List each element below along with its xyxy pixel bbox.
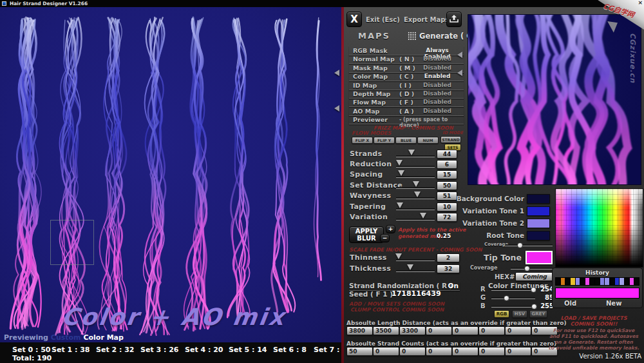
tip-tone-swatch[interactable] [526,251,553,264]
abs-length-input[interactable]: 3300 [399,326,426,335]
blur-increase-button[interactable]: + [386,225,395,233]
tapering-slider[interactable] [396,208,435,210]
abs-counts-input[interactable]: 0 [478,347,505,356]
export-maps-button[interactable] [446,12,462,27]
set-distance-slider[interactable] [396,187,435,189]
coverage-thumb[interactable] [524,266,530,271]
tip-coverage-label: Coverage [470,265,498,271]
hsv-mode-button[interactable]: HSV [512,310,527,318]
exit-button[interactable]: X [346,12,362,27]
flip-x-button[interactable]: FLIP X [352,137,373,144]
variation-tone2-swatch[interactable] [527,219,550,228]
root-tone-swatch[interactable] [527,231,550,240]
history-swatch[interactable] [620,278,624,285]
abs-counts-input[interactable]: 0 [399,347,426,356]
reduction-value[interactable]: 6 [437,160,457,169]
slider-thumb[interactable] [397,202,403,208]
slider-thumb[interactable] [396,160,402,166]
slider-thumb[interactable] [408,150,415,155]
seed-label: Seed ( F 1 ) [349,290,393,298]
history-swatch[interactable] [556,278,560,285]
wavyness-slider[interactable] [396,197,435,199]
abs-counts-input[interactable]: 0 [505,347,531,356]
abs-length-input[interactable]: 0 [426,326,452,335]
red-channel-slider[interactable] [491,289,535,291]
variation-tone2-label: Variation Tone 2 [434,219,524,227]
history-swatch[interactable] [590,278,594,285]
map-row-mask-map[interactable]: Mask Map ( M ) Disabled [349,64,464,73]
green-channel-slider[interactable] [491,297,535,299]
slider-thumb[interactable] [413,181,419,187]
tip-coverage-slider[interactable] [511,268,553,270]
num-button[interactable]: NUM [417,137,439,144]
abs-counts-input[interactable]: 0 [452,347,478,356]
history-swatch[interactable] [610,278,614,285]
reduction-slider[interactable] [396,166,435,168]
slider-thumb[interactable] [414,191,421,197]
history-swatch[interactable] [561,278,565,285]
slider-thumb[interactable] [407,264,413,270]
thinness-slider[interactable] [396,259,435,261]
variation-slider[interactable] [396,219,435,221]
exit-label: Exit (Esc) [366,16,400,23]
blue-button[interactable]: BLUE [395,137,417,144]
map-row-rgb-mask[interactable]: RGB Mask Always Enabled [349,46,464,55]
abs-counts-input[interactable]: 0 [373,347,399,356]
color-palette[interactable] [555,188,643,268]
history-swatch[interactable] [630,278,634,285]
flip-y-button[interactable]: FLIP Y [374,137,395,144]
history-swatch[interactable] [571,278,575,285]
history-swatch[interactable] [576,278,580,285]
background-color-swatch[interactable] [527,194,550,204]
id-mode-strand-button[interactable]: STRAND [440,136,461,143]
hair-preview-pane[interactable]: CGzixue.cn [468,14,641,185]
abs-length-input[interactable]: 0 [452,326,478,335]
thickness-value[interactable]: 32 [437,264,460,273]
history-swatch[interactable] [615,278,620,285]
map-row-ao-map[interactable]: AO Map ( A ) Disabled [349,107,464,116]
map-row-depth-map[interactable]: Depth Map ( D ) Disabled [349,90,464,99]
map-row-normal-map[interactable]: Normal Map ( N ) Disabled [349,55,464,64]
history-swatch[interactable] [585,278,590,285]
rgb-mode-button[interactable]: RGB [494,310,509,318]
apply-blur-button[interactable]: APPLY BLUR [349,226,384,243]
previewer-row[interactable]: Previewer - (press space to dance) [349,115,464,124]
map-row-color-map[interactable]: Color Map ( C ) Enabled [349,72,464,81]
abs-counts-input[interactable]: 0 [426,347,452,356]
variation-tone1-swatch[interactable] [527,206,550,216]
strands-slider[interactable] [396,155,435,157]
history-swatch[interactable] [595,278,600,285]
abs-length-input[interactable]: 3800 [346,326,373,335]
map-row-id-map[interactable]: ID Map ( I ) Disabled [349,81,464,90]
spacing-slider[interactable] [396,176,435,178]
abs-length-input[interactable]: 0 [478,326,505,335]
blur-decrease-button[interactable]: − [380,234,390,242]
strands-value[interactable]: 44 [437,150,457,159]
abs-length-input[interactable]: 0 [505,326,531,335]
abs-counts-input[interactable]: 50 [346,347,373,356]
history-swatch[interactable] [565,278,570,285]
history-swatch[interactable] [600,278,605,285]
root-coverage-slider[interactable] [505,244,553,246]
seed-value[interactable]: 1718116439 [392,289,441,298]
map-row-flow-map[interactable]: Flow Map ( F ) Disabled [349,98,464,107]
channel-thumb[interactable] [504,295,509,301]
hex-coming-soon-button[interactable]: Coming soon [515,272,554,281]
set-distance-value[interactable]: 50 [437,181,457,190]
spacing-value[interactable]: 15 [437,170,457,179]
coverage-thumb[interactable] [517,242,523,248]
history-swatch[interactable] [634,278,639,285]
history-swatch[interactable] [580,278,585,285]
slider-thumb[interactable] [398,170,404,176]
thickness-slider[interactable] [396,270,435,272]
blue-channel-slider[interactable] [491,306,535,308]
history-swatch[interactable] [625,278,629,285]
slider-thumb[interactable] [395,253,402,259]
history-swatch[interactable] [605,278,609,285]
abs-length-input[interactable]: 3500 [373,326,399,335]
selection-box[interactable] [50,220,94,265]
preview-status-word1: Previewing [4,333,48,342]
add-move-note: ADD / MOVE SETS COMING SOON [349,301,444,307]
slider-thumb[interactable] [420,213,426,219]
strand-canvas[interactable]: Color + AO mix Previewing Custom Color M… [0,7,341,342]
